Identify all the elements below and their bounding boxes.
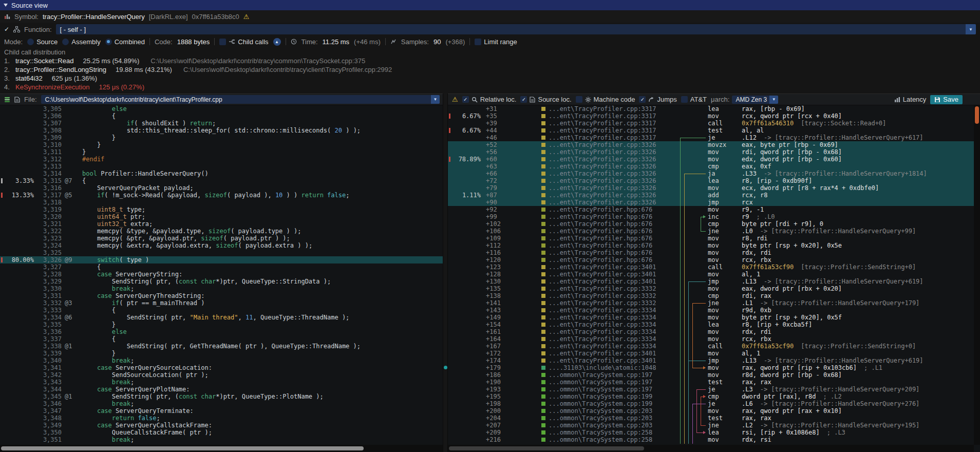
asm-source-location[interactable]: ...ent\TracyProfiler.cpp:3332 [549,292,656,299]
line-number[interactable]: 3,338 [36,343,62,350]
line-number[interactable]: 3,351 [36,436,62,443]
asm-line[interactable]: +135...ent\TracyProfiler.cpp:3332moveax,… [448,285,974,292]
pane-divider[interactable] [443,93,448,452]
asm-line[interactable]: +167...ent\TracyProfiler.cpp:3334call0x7… [448,343,974,350]
radio-icon[interactable] [27,39,34,45]
line-number[interactable]: 3,348 [36,415,62,422]
scrollbar-thumb[interactable] [1,446,364,450]
asm-line[interactable]: +66...ent\TracyProfiler.cpp:3326ja.L33->… [448,170,974,177]
line-number[interactable]: 3,329 [36,278,62,285]
asm-line[interactable]: +216...ommon\TracySystem.cpp:258movrdx, … [448,436,974,443]
line-number[interactable]: 3,333 [36,307,62,314]
file-list-icon[interactable] [4,97,10,103]
source-line[interactable]: 3,343 break; [0,379,443,386]
mode-radio-assembly[interactable]: Assembly [62,38,100,46]
asm-line[interactable]: +154...ent\TracyProfiler.cpp:3334lear8, … [448,321,974,328]
source-line[interactable]: 3,348 return false; [0,415,443,422]
asm-source-location[interactable]: ...ent\TracyProfiler.cpp:3326 [549,184,656,192]
asm-source-location[interactable]: ...ent\TracyProfiler.hpp:676 [549,213,652,220]
line-number[interactable]: 3,327 [36,263,62,271]
asm-source-location[interactable]: ...ommon\TracySystem.cpp:199 [549,400,652,407]
chevron-down-icon[interactable]: ▼ [966,24,976,34]
asm-line[interactable]: +149...ent\TracyProfiler.cpp:3334movbyte… [448,314,974,321]
limit-range-checkbox[interactable]: ✓ Limit range [475,38,517,46]
line-number[interactable]: 3,325 [36,249,62,256]
collapse-icon[interactable] [4,4,8,7]
asm-source-location[interactable]: ...ent\TracyProfiler.cpp:3401 [549,271,656,278]
child-call-item[interactable]: 1.tracy::Socket::Read25.25 ms (54.89%)C:… [4,56,980,65]
asm-source-location[interactable]: ...ent\TracyProfiler.cpp:3317 [549,127,656,134]
source-line[interactable]: 3,322 memcpy( &type, &payload.type, size… [0,228,443,235]
source-line[interactable]: 3,351 break; [0,436,443,443]
line-number[interactable]: 3,309 [36,134,62,141]
line-number[interactable]: 3,324 [36,242,62,249]
child-call-item[interactable]: 2.tracy::Profiler::SendLongString19.88 m… [4,65,980,74]
function-combo[interactable]: [ - self - ] ▼ [56,24,976,34]
asm-line[interactable]: +112...ent\TracyProfiler.hpp:676movbyte … [448,242,974,249]
checkbox-icon[interactable]: ✓ [520,96,527,103]
asm-line[interactable]: +130...ent\TracyProfiler.cpp:3401jmp.L13… [448,278,974,285]
line-number[interactable]: 3,328 [36,271,62,278]
asm-line[interactable]: +72...ent\TracyProfiler.cpp:3326lear8, [… [448,177,974,184]
line-number[interactable]: 3,345 [36,393,62,400]
asm-line[interactable]: 78.89%+60...ent\TracyProfiler.cpp:3326mo… [448,156,974,163]
asm-line[interactable]: +102...ent\TracyProfiler.hpp:676cmpbyte … [448,220,974,228]
asm-source-location[interactable]: ...ent\TracyProfiler.cpp:3326 [549,148,656,156]
source-line[interactable]: 3,313 [0,163,443,170]
assembly-code-area[interactable]: +31...ent\TracyProfiler.cpp:3317learax, … [448,105,974,445]
checkbox-icon[interactable]: ✓ [576,96,582,103]
line-number[interactable]: 3,334 [36,314,62,321]
asm-line[interactable]: +190...ommon\TracySystem.cpp:197testrax,… [448,379,974,386]
line-number[interactable]: 3,306 [36,112,62,120]
asm-source-location[interactable]: ...ent\TracyProfiler.cpp:3334 [549,307,656,314]
asm-source-location[interactable]: ...ent\TracyProfiler.cpp:3317 [549,105,656,112]
line-number[interactable]: 3,340 [36,357,62,364]
source-line[interactable]: 3,312#endif [0,156,443,163]
source-line[interactable]: 3,345@1 SendString( ptr, (const char*)pt… [0,393,443,400]
asm-line[interactable]: 1.11%+87...ent\TracyProfiler.cpp:3326add… [448,192,974,199]
asm-source-location[interactable]: ...ommon\TracySystem.cpp:203 [549,415,652,422]
titlebar[interactable]: Source view [0,0,980,10]
asm-line[interactable]: +186...ommon\TracySystem.cpp:197movr8d, … [448,371,974,379]
asm-source-location[interactable]: ...ommon\TracySystem.cpp:258 [549,436,652,443]
asm-source-location[interactable]: ...ent\TracyProfiler.cpp:3332 [549,285,656,292]
checkbox-jumps[interactable]: ✓Jumps [639,96,676,103]
asm-source-location[interactable]: ...ent\TracyProfiler.cpp:3401 [549,278,656,285]
line-number[interactable]: 3,320 [36,213,62,220]
asm-source-location[interactable]: ...ent\TracyProfiler.cpp:3332 [549,299,656,307]
source-line[interactable]: 3,308 std::this_thread::sleep_for( std::… [0,127,443,134]
child-call-item[interactable]: 3.stat64i32625 μs (1.36%) [4,74,980,83]
asm-source-location[interactable]: ...ent\TracyProfiler.hpp:676 [549,249,652,256]
line-number[interactable]: 3,310 [36,141,62,148]
line-number[interactable]: 3,349 [36,422,62,429]
asm-line[interactable]: +116...ent\TracyProfiler.hpp:676movrdx, … [448,249,974,256]
scrollbar-thumb[interactable] [449,446,644,450]
asm-line[interactable]: +56...ent\TracyProfiler.cpp:3326movrdi, … [448,148,974,156]
asm-source-location[interactable]: ...ent\TracyProfiler.cpp:3317 [549,120,656,127]
asm-line[interactable]: +46...ent\TracyProfiler.cpp:3317je.L12->… [448,134,974,141]
asm-source-location[interactable]: ...ent\TracyProfiler.cpp:3326 [549,141,656,148]
source-line[interactable]: 3,332@3 if( ptr == m_mainThread ) [0,299,443,307]
asm-source-location[interactable]: ...ent\TracyProfiler.hpp:676 [549,256,652,263]
asm-line[interactable]: +164...ent\TracyProfiler.cpp:3334movrcx,… [448,335,974,343]
line-number[interactable]: 3,312 [36,156,62,163]
source-line[interactable]: 3,316 ServerQueryPacket payload; [0,184,443,192]
asm-line[interactable]: +79...ent\TracyProfiler.cpp:3326movecx, … [448,184,974,192]
asm-line[interactable]: +161...ent\TracyProfiler.cpp:3334movrdx,… [448,328,974,335]
source-line[interactable]: 3,341 case ServerQuerySourceLocation: [0,364,443,371]
checkbox-at-t[interactable]: ✓AT&T [681,96,707,103]
asm-line[interactable]: +200...ommon\TracySystem.cpp:203movrax, … [448,407,974,415]
source-line[interactable]: 3,344 case ServerQueryPlotName: [0,386,443,393]
asm-source-location[interactable]: ...ent\TracyProfiler.hpp:676 [549,228,652,235]
asm-source-location[interactable]: ...ent\TracyProfiler.cpp:3317 [549,112,656,120]
asm-source-location[interactable]: ...ommon\TracySystem.cpp:197 [549,379,652,386]
source-line[interactable]: 3,327 { [0,263,443,271]
line-number[interactable]: 3,337 [36,335,62,343]
checkbox-icon[interactable]: ✓ [462,96,469,103]
line-number[interactable]: 3,316 [36,184,62,192]
line-number[interactable]: 3,311 [36,148,62,156]
asm-source-location[interactable]: ...ent\TracyProfiler.cpp:3334 [549,335,656,343]
source-line[interactable]: 3,331 case ServerQueryThreadString: [0,292,443,299]
source-line[interactable]: 3,305 else [0,105,443,112]
source-line[interactable]: 3,329 SendString( ptr, (const char*)ptr,… [0,278,443,285]
